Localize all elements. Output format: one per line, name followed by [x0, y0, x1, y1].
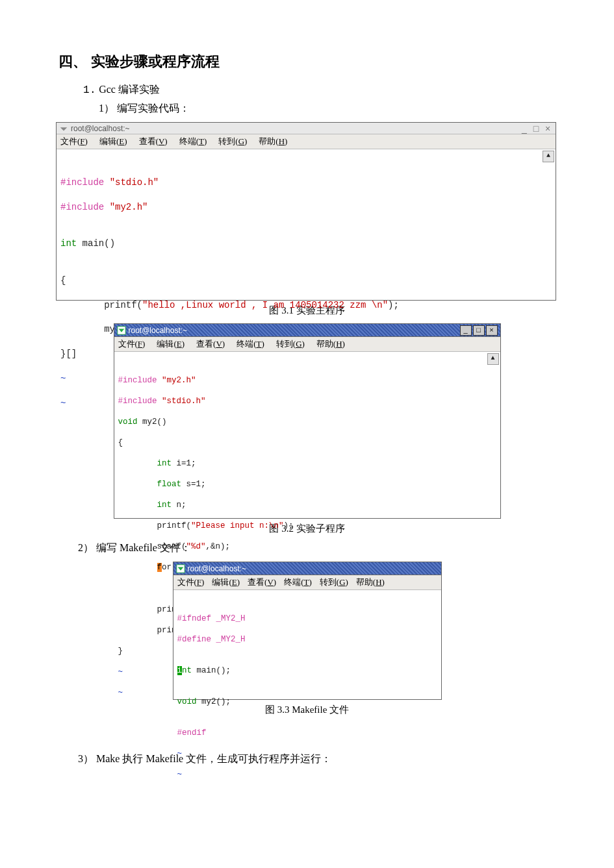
menu-edit[interactable]: 编辑(E) — [212, 577, 240, 588]
terminal-window-3: root@localhost:~ 文件(F) 编辑(E) 查看(V) 终端(T)… — [173, 562, 442, 700]
menu-goto[interactable]: 转到(G) — [218, 136, 247, 147]
list-item-1: 1. Gcc 编译实验 — [83, 83, 556, 97]
menu-terminal[interactable]: 终端(T) — [237, 338, 264, 350]
close-button[interactable]: × — [543, 124, 553, 133]
menu-help[interactable]: 帮助(H) — [316, 338, 345, 350]
window-buttons: _ □ × — [519, 124, 553, 133]
list-item-1-1: 1） 编写实验代码： — [99, 102, 556, 116]
window-title: root@localhost:~ — [71, 124, 130, 133]
menu-goto[interactable]: 转到(G) — [320, 577, 348, 588]
menu-terminal[interactable]: 终端(T) — [179, 136, 207, 147]
close-button[interactable]: × — [486, 325, 498, 336]
list-num: 2） — [78, 542, 94, 553]
menu-view[interactable]: 查看(V) — [139, 136, 168, 147]
svg-marker-0 — [60, 127, 68, 130]
maximize-button[interactable]: □ — [531, 124, 541, 133]
menu-bar: 文件(F) 编辑(E) 查看(V) 终端(T) 转到(G) 帮助(H) — [173, 575, 441, 590]
menu-view[interactable]: 查看(V) — [196, 338, 225, 350]
menu-file[interactable]: 文件(F) — [177, 577, 205, 588]
list-num: 1. — [83, 84, 96, 96]
minimize-button[interactable]: _ — [460, 325, 472, 336]
minimize-button[interactable]: _ — [519, 124, 530, 133]
terminal-window-1: root@localhost:~ _ □ × 文件(F) 编辑(E) 查看(V)… — [56, 122, 556, 301]
app-icon — [59, 124, 68, 133]
menu-terminal[interactable]: 终端(T) — [284, 577, 312, 588]
window-title: root@localhost:~ — [188, 564, 247, 573]
app-icon — [117, 326, 126, 335]
list-num: 1） — [99, 103, 114, 114]
title-bar[interactable]: root@localhost:~ _ □ × — [57, 123, 556, 134]
menu-bar: 文件(F) 编辑(E) 查看(V) 终端(T) 转到(G) 帮助(H) — [57, 134, 556, 149]
editor-area[interactable]: ▲ #include "my2.h" #include "stdio.h" vo… — [114, 352, 500, 518]
menu-help[interactable]: 帮助(H) — [259, 136, 287, 147]
window-buttons: _ □ × — [460, 325, 498, 336]
editor-area[interactable]: ▲ #include "stdio.h" #include "my2.h" in… — [57, 149, 556, 300]
menu-goto[interactable]: 转到(G) — [276, 338, 305, 350]
menu-edit[interactable]: 编辑(E) — [99, 136, 127, 147]
menu-file[interactable]: 文件(F) — [118, 338, 146, 350]
title-bar[interactable]: root@localhost:~ _ □ × — [114, 324, 500, 337]
app-icon — [176, 564, 185, 573]
list-num: 3） — [78, 753, 94, 764]
menu-help[interactable]: 帮助(H) — [356, 577, 385, 588]
scroll-up-button[interactable]: ▲ — [543, 151, 554, 162]
menu-bar: 文件(F) 编辑(E) 查看(V) 终端(T) 转到(G) 帮助(H) — [114, 337, 500, 352]
title-bar[interactable]: root@localhost:~ — [173, 562, 441, 575]
editor-area[interactable]: #ifndef _MY2_H #define _MY2_H int main()… — [173, 590, 441, 699]
menu-file[interactable]: 文件(F) — [60, 136, 88, 147]
menu-edit[interactable]: 编辑(E) — [157, 338, 185, 350]
window-title: root@localhost:~ — [129, 326, 188, 335]
list-text: 编写实验代码： — [114, 103, 190, 114]
menu-view[interactable]: 查看(V) — [248, 577, 276, 588]
list-text: Gcc 编译实验 — [99, 84, 160, 95]
section-heading: 四、 实验步骤或程序流程 — [58, 52, 556, 71]
maximize-button[interactable]: □ — [473, 325, 485, 336]
scroll-up-button[interactable]: ▲ — [487, 353, 499, 365]
terminal-window-2: root@localhost:~ _ □ × 文件(F) 编辑(E) 查看(V)… — [114, 323, 501, 519]
